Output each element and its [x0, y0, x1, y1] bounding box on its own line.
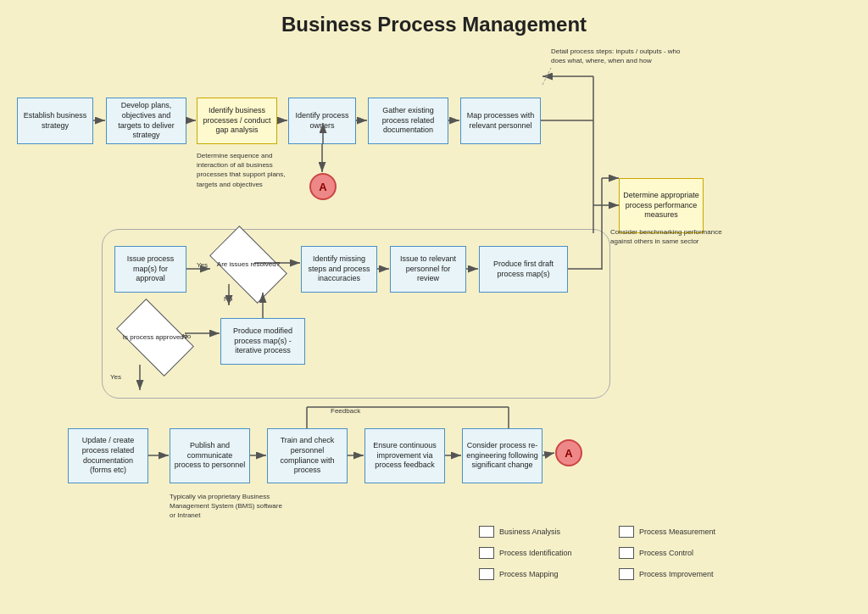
- page-title: Business Process Management: [8, 8, 860, 36]
- circle-a-bottom: A: [555, 439, 582, 466]
- svg-line-30: [542, 453, 554, 455]
- box-update: Update / create process related document…: [68, 428, 148, 483]
- note2: Determine sequence and interaction of al…: [197, 151, 298, 189]
- legend-square-pi: [479, 547, 494, 559]
- circle-a-top: A: [309, 173, 337, 200]
- legend-process-improvement: Process Improvement: [619, 568, 714, 580]
- box-ensure: Ensure continuous improvement via proces…: [364, 428, 445, 483]
- label-yes2: Yes: [110, 373, 121, 381]
- box-produce-first: Produce first draft process map(s): [479, 246, 568, 293]
- diagram-container: Business Process Management Establish bu…: [0, 0, 868, 614]
- label-no1: No: [224, 295, 232, 303]
- box-determine: Determine appropriate process performanc…: [619, 178, 704, 233]
- note4: Typically via proprietary Business Manag…: [170, 492, 284, 521]
- legend-process-identification: Process Identification: [479, 547, 572, 559]
- note1: Detail process steps: inputs / outputs -…: [551, 47, 695, 65]
- box-consider: Consider process re-engineering followin…: [462, 428, 542, 483]
- legend-square-pm: [479, 568, 494, 580]
- legend-square-pim: [619, 568, 634, 580]
- diamond-issues: Are issues resolved?: [210, 239, 287, 290]
- svg-line-31: [542, 68, 551, 85]
- box-develop: Develop plans, objectives and targets to…: [106, 98, 186, 144]
- legend-process-mapping: Process Mapping: [479, 568, 559, 580]
- box-train: Train and check personnel compliance wit…: [267, 428, 348, 483]
- legend-process-measurement: Process Measurement: [619, 526, 715, 538]
- box-produce-modified: Produce modified process map(s) - iterat…: [220, 318, 305, 365]
- box-identify-processes: Identify business processes / conduct ga…: [197, 98, 277, 144]
- box-map: Map processes with relevant personnel: [460, 98, 541, 144]
- note3: Consider benchmarking performance agains…: [610, 227, 737, 246]
- box-issue-relevant: Issue to relevant personnel for review: [390, 246, 466, 293]
- box-identify-owners: Identify process owners: [288, 98, 356, 144]
- box-establish: Establish business strategy: [17, 98, 93, 144]
- legend-square-pms: [619, 526, 634, 538]
- label-yes1: Yes: [197, 261, 208, 269]
- legend-square-pc: [619, 547, 634, 559]
- diamond-approved: Is process approved?: [117, 312, 193, 363]
- legend-business-analysis: Business Analysis: [479, 526, 560, 538]
- box-gather: Gather existing process related document…: [368, 98, 448, 144]
- box-publish: Publish and communicate process to perso…: [170, 428, 250, 483]
- label-feedback: Feedback: [331, 407, 360, 415]
- legend-process-control: Process Control: [619, 547, 693, 559]
- legend-square-ba: [479, 526, 494, 538]
- box-issue-map: Issue process map(s) for approval: [114, 246, 186, 293]
- box-identify-missing: Identify missing steps and process inacc…: [301, 246, 377, 293]
